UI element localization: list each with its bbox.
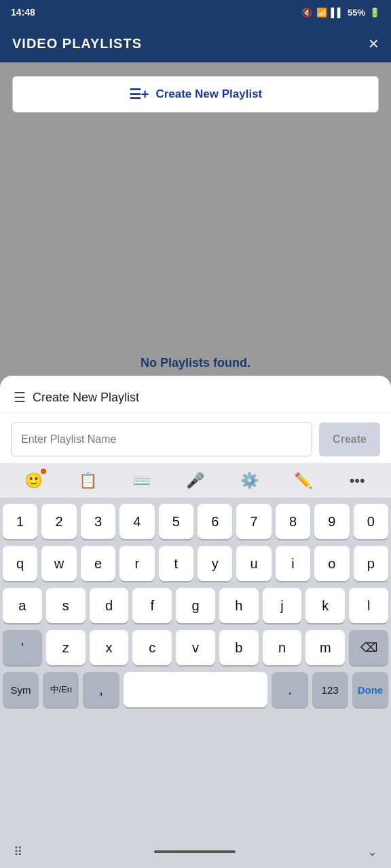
- key-apostrophe[interactable]: ': [3, 630, 42, 665]
- clipboard-icon: 📋: [79, 472, 97, 490]
- keyboard-switch-button[interactable]: ⌨️: [127, 466, 157, 496]
- key-6[interactable]: 6: [198, 504, 232, 539]
- key-d[interactable]: d: [90, 588, 129, 623]
- bottom-sheet: ☰ Create New Playlist Create 🙂 📋 ⌨️ 🎤 ⚙️…: [0, 376, 391, 868]
- playlist-add-icon: ☰+: [129, 86, 149, 102]
- num-key[interactable]: 123: [312, 672, 348, 707]
- settings-button[interactable]: ⚙️: [234, 466, 264, 496]
- keyboard-grid-icon[interactable]: ⠿: [14, 844, 22, 859]
- create-playlist-top-label: Create New Playlist: [155, 87, 262, 101]
- app-header: VIDEO PLAYLISTS ×: [0, 24, 391, 62]
- key-5[interactable]: 5: [159, 504, 193, 539]
- key-row-numbers: 1 2 3 4 5 6 7 8 9 0: [3, 504, 388, 539]
- key-9[interactable]: 9: [314, 504, 349, 539]
- emoji-button[interactable]: 🙂: [19, 466, 49, 496]
- mute-icon: 🔇: [301, 7, 312, 18]
- key-c[interactable]: c: [132, 630, 172, 665]
- create-playlist-top-button[interactable]: ☰+ Create New Playlist: [12, 76, 379, 113]
- keyboard: 1 2 3 4 5 6 7 8 9 0 q w e r t y u i o p …: [0, 498, 391, 835]
- key-x[interactable]: x: [90, 630, 129, 665]
- main-content: ☰+ Create New Playlist No Playlists foun…: [0, 62, 391, 387]
- key-q[interactable]: q: [3, 546, 37, 581]
- microphone-button[interactable]: 🎤: [181, 466, 210, 496]
- sym-key[interactable]: Sym: [3, 672, 39, 707]
- key-w[interactable]: w: [41, 546, 76, 581]
- status-icons: 🔇 📶 ▌▌ 55% 🔋: [301, 7, 380, 18]
- key-m[interactable]: m: [305, 630, 345, 665]
- lang-key[interactable]: 中/En: [43, 672, 79, 707]
- clipboard-button[interactable]: 📋: [73, 466, 103, 496]
- done-key[interactable]: Done: [352, 672, 388, 707]
- key-t[interactable]: t: [159, 546, 193, 581]
- no-playlists-message: No Playlists found.: [141, 356, 250, 370]
- key-b[interactable]: b: [219, 630, 259, 665]
- keyboard-icon: ⌨️: [132, 472, 151, 490]
- space-key[interactable]: [124, 672, 268, 707]
- key-v[interactable]: v: [176, 630, 215, 665]
- status-bar: 14:48 🔇 📶 ▌▌ 55% 🔋: [0, 0, 391, 24]
- key-o[interactable]: o: [314, 546, 349, 581]
- playlist-icon: ☰: [14, 389, 26, 406]
- key-z[interactable]: z: [46, 630, 86, 665]
- key-3[interactable]: 3: [81, 504, 115, 539]
- key-g[interactable]: g: [176, 588, 215, 623]
- edit-icon: ✏️: [294, 472, 312, 490]
- key-n[interactable]: n: [263, 630, 302, 665]
- key-i[interactable]: i: [276, 546, 310, 581]
- input-row: Create: [0, 413, 391, 463]
- keyboard-toolbar: 🙂 📋 ⌨️ 🎤 ⚙️ ✏️ •••: [0, 463, 391, 498]
- key-h[interactable]: h: [219, 588, 259, 623]
- key-r[interactable]: r: [119, 546, 154, 581]
- battery-level: 55%: [348, 7, 365, 18]
- key-8[interactable]: 8: [276, 504, 310, 539]
- key-y[interactable]: y: [198, 546, 232, 581]
- key-a[interactable]: a: [3, 588, 42, 623]
- key-2[interactable]: 2: [41, 504, 76, 539]
- key-row-bottom: Sym 中/En , . 123 Done: [3, 672, 388, 707]
- key-k[interactable]: k: [305, 588, 345, 623]
- wifi-icon: 📶: [316, 7, 327, 18]
- key-s[interactable]: s: [46, 588, 86, 623]
- key-j[interactable]: j: [263, 588, 302, 623]
- create-button[interactable]: Create: [319, 422, 380, 456]
- microphone-icon: 🎤: [186, 472, 204, 490]
- key-row-qwerty: q w e r t y u i o p: [3, 546, 388, 581]
- close-button[interactable]: ×: [369, 35, 379, 52]
- battery-icon: 🔋: [369, 7, 380, 18]
- status-time: 14:48: [11, 7, 35, 18]
- key-e[interactable]: e: [81, 546, 115, 581]
- comma-key[interactable]: ,: [83, 672, 119, 707]
- signal-icon: ▌▌: [331, 7, 343, 18]
- key-4[interactable]: 4: [119, 504, 154, 539]
- key-row-asdf: a s d f g h j k l: [3, 588, 388, 623]
- key-f[interactable]: f: [132, 588, 172, 623]
- playlist-name-input[interactable]: [11, 422, 312, 456]
- more-icon: •••: [350, 472, 365, 490]
- app-title: VIDEO PLAYLISTS: [12, 36, 142, 52]
- key-row-zxcv: ' z x c v b n m ⌫: [3, 630, 388, 665]
- key-0[interactable]: 0: [354, 504, 388, 539]
- emoji-dot: [41, 469, 46, 474]
- key-u[interactable]: u: [236, 546, 271, 581]
- emoji-icon: 🙂: [24, 472, 43, 490]
- chevron-down-icon[interactable]: ⌄: [367, 844, 377, 859]
- period-key[interactable]: .: [272, 672, 308, 707]
- key-l[interactable]: l: [349, 588, 388, 623]
- bottom-sheet-header: ☰ Create New Playlist: [0, 376, 391, 413]
- key-1[interactable]: 1: [3, 504, 37, 539]
- key-7[interactable]: 7: [236, 504, 271, 539]
- backspace-key[interactable]: ⌫: [349, 630, 388, 665]
- home-indicator: [154, 850, 236, 853]
- key-p[interactable]: p: [354, 546, 388, 581]
- bottom-sheet-title: Create New Playlist: [33, 391, 139, 405]
- more-button[interactable]: •••: [342, 466, 372, 496]
- bottom-nav-bar: ⠿ ⌄: [0, 835, 391, 868]
- edit-button[interactable]: ✏️: [288, 466, 318, 496]
- settings-icon: ⚙️: [240, 472, 259, 490]
